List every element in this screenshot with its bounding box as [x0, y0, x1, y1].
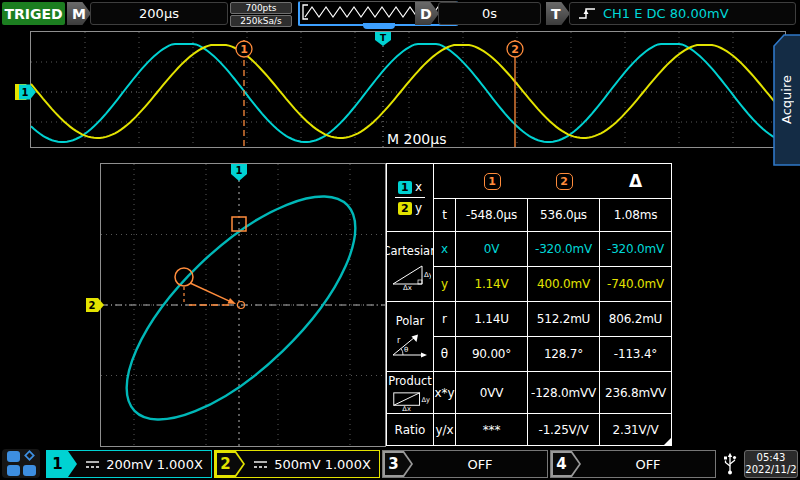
cursor-2-label: 2	[511, 43, 519, 56]
timebase-readout: M 200µs	[387, 131, 446, 147]
svg-text:Δx: Δx	[402, 405, 411, 411]
svg-text:Δx: Δx	[403, 284, 412, 290]
memory-points-label: 700pts	[230, 2, 292, 14]
t-delta-value: 1.08ms	[600, 199, 671, 232]
cursor-measurement-table: 1 x 2 y 1 2 Δ t -548.0µs 536.0µs 1.08ms …	[386, 163, 672, 446]
row-t-label: t	[434, 199, 456, 232]
app-grid-icon	[7, 451, 20, 462]
section-polar: Polar r θ	[387, 302, 434, 372]
xy-x-marker-label: 1	[236, 165, 243, 176]
product-cursor2-value: -128.0mVV	[528, 372, 600, 414]
row-x-label: x	[434, 232, 456, 267]
row-ratio-label: y/x	[434, 414, 456, 445]
row-y-label: y	[434, 267, 456, 302]
acquire-tab-label: Acquire	[773, 34, 800, 166]
r-cursor2-value: 512.2mU	[528, 302, 600, 337]
channel-1-button[interactable]: 1 200mV 1.000X	[46, 450, 212, 478]
app-grid-icon	[7, 465, 20, 476]
x-delta-value: -320.0mV	[600, 232, 671, 267]
channel-2-scale: 500mV 1.000X	[274, 457, 371, 472]
waveform-display: 1 2 T 1 M 200µs	[30, 31, 786, 148]
svg-text:θ: θ	[404, 346, 408, 354]
trigger-settings-button[interactable]: CH1 E DC 80.00mV	[569, 2, 796, 25]
polar-diagram-icon: r θ	[389, 330, 431, 360]
channel-3-button[interactable]: 3 OFF	[382, 450, 548, 478]
legend-ch1-box: 1	[398, 181, 412, 194]
theta-cursor2-value: 128.7°	[528, 337, 600, 372]
xy-vector-arrowhead	[228, 298, 237, 304]
ratio-cursor2-value: -1.25V/V	[528, 414, 600, 445]
waveform-traces	[31, 44, 784, 142]
cursor-2[interactable]: 2	[507, 40, 523, 147]
trigger-badge-icon: T	[546, 2, 570, 25]
acquire-menu-tab[interactable]: Acquire	[773, 34, 800, 166]
rising-edge-icon	[578, 6, 597, 21]
sample-rate-label: 250kSa/s	[230, 15, 292, 27]
y-cursor1-value: 1.14V	[456, 267, 528, 302]
y-delta-value: -740.0mV	[600, 267, 671, 302]
delay-value-button[interactable]: 0s	[438, 2, 541, 25]
timebase-badge-icon: M	[67, 2, 91, 25]
r-cursor1-value: 1.14U	[456, 302, 528, 337]
row-product-label: x*y	[434, 372, 456, 414]
t-cursor1-value: -548.0µs	[456, 199, 528, 232]
header-delta: Δ	[600, 164, 671, 199]
x-cursor1-value: 0V	[456, 232, 528, 267]
home-menu-button[interactable]	[2, 449, 40, 478]
time-label: 05:43	[757, 452, 786, 464]
section-cartesian: Cartesian Δy Δx	[387, 232, 434, 302]
horizontal-position-handle[interactable]	[363, 23, 395, 29]
section-product: Product Δy Δx	[387, 372, 434, 414]
app-diamond-icon	[24, 450, 35, 461]
trigger-info-text: CH1 E DC 80.00mV	[603, 6, 729, 21]
timebase-value-button[interactable]: 200µs	[90, 2, 228, 25]
y-cursor2-value: 400.0mV	[528, 267, 600, 302]
row-theta-label: θ	[434, 337, 456, 372]
xy-vector-arrow	[190, 283, 231, 302]
xy-x-axis-marker[interactable]: 1	[231, 164, 247, 181]
svg-text:Δy: Δy	[421, 396, 430, 404]
svg-text:Δy: Δy	[424, 271, 431, 279]
cursor-1[interactable]: 1	[236, 40, 252, 147]
row-r-label: r	[434, 302, 456, 337]
product-delta-value: 236.8mVV	[600, 372, 671, 414]
channel-4-button[interactable]: 4 OFF	[550, 450, 716, 478]
cartesian-diagram-icon: Δy Δx	[389, 260, 431, 290]
channel-3-tag: 3	[383, 451, 413, 477]
dc-coupling-icon	[85, 459, 100, 469]
x-cursor2-value: -320.0mV	[528, 232, 600, 267]
channel-1-tag: 1	[47, 451, 77, 477]
channel-3-state: OFF	[467, 457, 492, 472]
trigger-status-badge: TRIGED	[2, 2, 65, 25]
trace-ch1	[31, 44, 784, 142]
header-spacer	[434, 164, 456, 199]
svg-text:r: r	[397, 336, 401, 345]
oscilloscope-screen: TRIGED M 200µs 700pts 250kSa/s D 0s T CH…	[0, 0, 800, 480]
table-legend: 1 x 2 y	[387, 164, 434, 232]
channel-4-state: OFF	[635, 457, 660, 472]
acquisition-info: 700pts 250kSa/s	[230, 2, 292, 25]
theta-delta-value: -113.4°	[600, 337, 671, 372]
dc-coupling-icon	[253, 459, 268, 469]
ratio-delta-value: 2.31V/V	[600, 414, 671, 445]
usb-status-icon	[719, 450, 741, 478]
r-delta-value: 806.2mU	[600, 302, 671, 337]
product-cursor1-value: 0VV	[456, 372, 528, 414]
channel-1-scale: 200mV 1.000X	[106, 457, 203, 472]
legend-divider	[395, 197, 425, 198]
legend-ch1-axis: x	[415, 180, 422, 194]
cursor-1-label: 1	[240, 43, 248, 56]
product-diagram-icon: Δy Δx	[389, 390, 431, 411]
waveform-grid	[31, 32, 785, 147]
xy-y-marker-label: 2	[89, 300, 96, 311]
channel-4-tag: 4	[551, 451, 581, 477]
theta-cursor1-value: 90.00°	[456, 337, 528, 372]
legend-ch2-box: 2	[398, 202, 412, 215]
app-grid-icon	[23, 465, 36, 476]
xy-y-axis-marker[interactable]: 2	[86, 298, 104, 312]
legend-ch2-axis: y	[415, 201, 422, 215]
trigger-marker[interactable]: T	[375, 32, 391, 46]
t-cursor2-value: 536.0µs	[528, 199, 600, 232]
channel-2-button[interactable]: 2 500mV 1.000X	[214, 450, 380, 478]
xy-cursor-annotations	[175, 217, 246, 309]
